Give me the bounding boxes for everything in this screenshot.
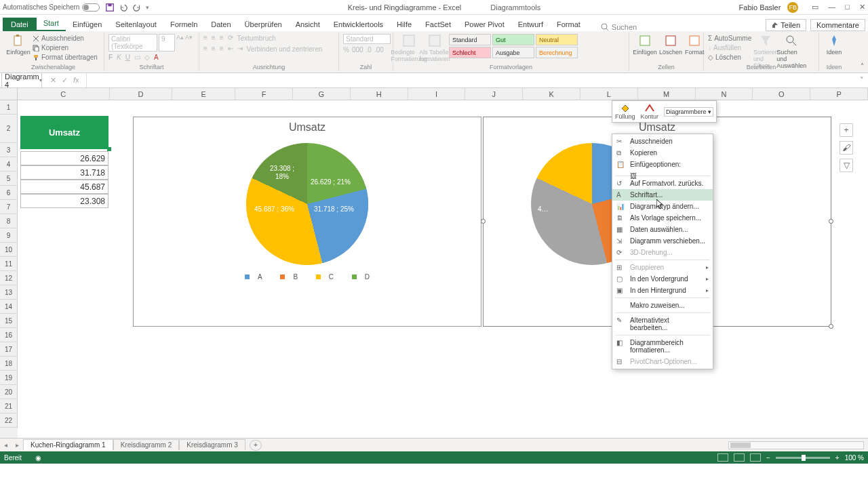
cancel-formula-icon[interactable]: ✕: [50, 76, 56, 85]
ideas-button[interactable]: Ideen: [823, 34, 845, 56]
tab-developer[interactable]: Entwicklertools: [327, 18, 390, 31]
row-6[interactable]: 6: [0, 186, 18, 200]
tab-formulas[interactable]: Formeln: [163, 18, 204, 31]
paste-button[interactable]: Einfügen: [7, 34, 30, 56]
chart-left[interactable]: Umsatz 26.629 ; 21%: [133, 117, 481, 327]
tab-help[interactable]: Hilfe: [390, 18, 418, 31]
row-3[interactable]: 3: [0, 143, 18, 157]
col-G[interactable]: G: [293, 88, 351, 100]
mini-area-dropdown[interactable]: Diagrammbere ▾: [664, 107, 713, 117]
format-painter-button[interactable]: Format übertragen: [33, 53, 98, 62]
add-sheet-button[interactable]: +: [250, 440, 262, 451]
col-D[interactable]: D: [110, 88, 173, 100]
macro-record-icon[interactable]: ◉: [35, 454, 41, 462]
cut-button[interactable]: Ausschneiden: [33, 34, 98, 43]
mini-fill[interactable]: Füllung: [615, 103, 635, 120]
tab-file[interactable]: Datei: [3, 18, 37, 31]
tell-me-search[interactable]: Suchen: [601, 23, 637, 31]
fill-handle[interactable]: [107, 147, 111, 151]
font-size[interactable]: 9: [159, 34, 175, 52]
number-format[interactable]: Standard: [343, 34, 391, 44]
col-M[interactable]: M: [638, 88, 696, 100]
comments-button[interactable]: Kommentare: [810, 19, 865, 31]
style-standard[interactable]: Standard: [449, 34, 491, 45]
maximize-icon[interactable]: □: [845, 3, 850, 12]
table-format-button[interactable]: Als Tabelle formatieren: [423, 34, 446, 62]
ctx-alt-text[interactable]: ✎Alternativtext bearbeiten...: [612, 314, 713, 333]
row-16[interactable]: 16: [0, 328, 18, 342]
name-box[interactable]: Diagramm 4▾: [1, 70, 42, 91]
tab-format[interactable]: Format: [550, 18, 587, 31]
zoom-in[interactable]: +: [835, 454, 840, 462]
zoom-level[interactable]: 100 %: [845, 454, 864, 462]
view-pagelayout[interactable]: [734, 453, 745, 462]
style-good[interactable]: Gut: [492, 34, 534, 45]
cond-format-button[interactable]: Bedingte Formatierung: [397, 34, 420, 62]
close-icon[interactable]: ✕: [859, 3, 865, 12]
font-name[interactable]: Calibri (Textkörpe: [108, 34, 157, 52]
col-H[interactable]: H: [351, 88, 408, 100]
ctx-save-template[interactable]: 🗎Als Vorlage speichern...: [612, 212, 713, 224]
save-icon[interactable]: [105, 3, 115, 12]
fx-icon[interactable]: fx: [73, 76, 79, 85]
enter-formula-icon[interactable]: ✓: [62, 76, 68, 85]
tab-design[interactable]: Entwurf: [511, 18, 550, 31]
row-5[interactable]: 5: [0, 171, 18, 186]
autosave-toggle[interactable]: [82, 3, 100, 12]
tab-factset[interactable]: FactSet: [418, 18, 458, 31]
minimize-icon[interactable]: —: [828, 3, 835, 12]
row-9[interactable]: 9: [0, 228, 18, 243]
col-L[interactable]: L: [580, 88, 638, 100]
tab-pagelayout[interactable]: Seitenlayout: [108, 18, 163, 31]
ribbon-display-icon[interactable]: ▭: [812, 3, 818, 12]
col-I[interactable]: I: [408, 88, 466, 100]
sheet-tab-3[interactable]: Kreisdiagramm 3: [179, 439, 245, 450]
cell-value-1[interactable]: 26.629: [20, 151, 108, 165]
row-10[interactable]: 10: [0, 243, 18, 257]
tab-start[interactable]: Start: [37, 16, 66, 31]
fill[interactable]: ↓Ausfüllen: [708, 43, 751, 52]
tab-insert[interactable]: Einfügen: [66, 18, 108, 31]
ctx-send-back[interactable]: ▣In den Hintergrund▸: [612, 285, 713, 296]
sheet-tab-2[interactable]: Kreisdiagramm 2: [113, 439, 180, 450]
zoom-slider[interactable]: [776, 457, 830, 459]
row-17[interactable]: 17: [0, 342, 18, 357]
cell-value-3[interactable]: 45.687: [20, 180, 108, 194]
clear[interactable]: ◇Löschen: [708, 53, 751, 62]
italic-button[interactable]: K: [117, 54, 121, 61]
formula-input[interactable]: [86, 73, 856, 87]
collapse-ribbon-icon[interactable]: ˄: [861, 62, 864, 70]
ctx-reset-format[interactable]: ↺Auf Formatvorl. zurücks.: [612, 178, 713, 189]
zoom-out[interactable]: −: [766, 454, 770, 462]
row-4[interactable]: 4: [0, 157, 18, 171]
mini-outline[interactable]: Kontur: [641, 103, 659, 120]
wrap-text[interactable]: Textumbruch: [237, 34, 276, 43]
cell-umsatz-header[interactable]: Umsatz: [20, 116, 108, 149]
autosum[interactable]: ΣAutoSumme: [708, 34, 751, 43]
chart-filter-button[interactable]: ▽: [840, 159, 853, 172]
col-J[interactable]: J: [465, 88, 523, 100]
tab-review[interactable]: Überprüfen: [238, 18, 289, 31]
row-8[interactable]: 8: [0, 214, 18, 228]
col-F[interactable]: F: [235, 88, 293, 100]
share-button[interactable]: Teilen: [766, 19, 806, 31]
tab-powerpivot[interactable]: Power Pivot: [458, 18, 511, 31]
row-15[interactable]: 15: [0, 314, 18, 328]
ctx-move-chart[interactable]: ⇲Diagramm verschieben...: [612, 235, 713, 247]
ctx-select-data[interactable]: ▦Daten auswählen...: [612, 224, 713, 235]
row-13[interactable]: 13: [0, 285, 18, 300]
row-2[interactable]: 2: [0, 115, 18, 143]
sheet-nav-next[interactable]: ▸: [12, 441, 23, 449]
tab-view[interactable]: Ansicht: [289, 18, 327, 31]
style-calc[interactable]: Berechnung: [536, 47, 578, 58]
ctx-cut[interactable]: ✂Ausschneiden: [612, 136, 713, 147]
chart-elements-button[interactable]: +: [840, 123, 853, 137]
style-bad[interactable]: Schlecht: [449, 47, 491, 58]
row-14[interactable]: 14: [0, 300, 18, 314]
chart-styles-button[interactable]: 🖌: [840, 141, 853, 155]
ctx-change-type[interactable]: 📊Diagrammtyp ändern...: [612, 201, 713, 212]
format-cells[interactable]: Format: [685, 34, 705, 56]
bold-button[interactable]: F: [108, 54, 113, 61]
sheet-nav-prev[interactable]: ◂: [0, 441, 12, 449]
ctx-bring-front[interactable]: ▢In den Vordergrund▸: [612, 273, 713, 285]
